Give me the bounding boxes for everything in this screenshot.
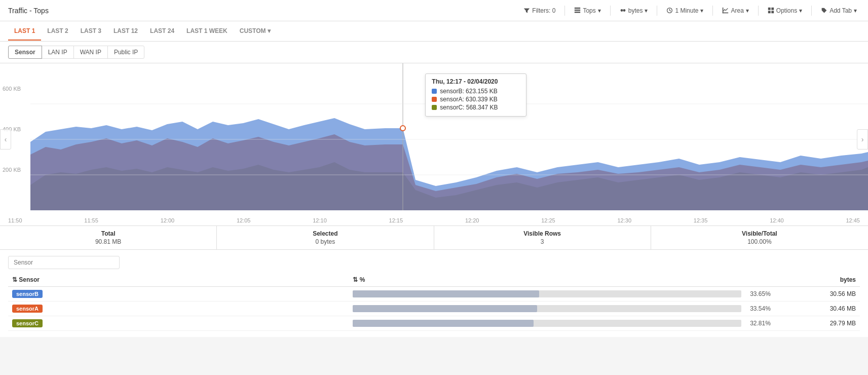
col-bytes-header[interactable]: bytes [775,273,860,287]
options-control[interactable]: Options ▾ [765,6,805,16]
area-label: Area [731,7,743,14]
area-dropdown-icon: ▾ [746,7,749,14]
y-label-600: 600 KB [3,86,28,92]
x-label-11: 12:45 [846,217,860,223]
tooltip-dot-sensorC [432,105,437,110]
chart-tooltip: Thu, 12:17 - 02/04/2020 sensorB: 623.155… [425,73,526,117]
svg-point-14 [400,126,405,131]
stat-total-value: 90.81 MB [8,238,208,245]
tab-last12[interactable]: LAST 12 [107,22,144,41]
filter-icon [523,7,530,14]
bar-cell: 32.81% [353,320,771,327]
svg-rect-8 [768,8,771,10]
tooltip-label-sensorC: sensorC: 568.347 KB [440,104,498,111]
svg-rect-6 [723,8,724,13]
subtab-sensor[interactable]: Sensor [8,46,42,59]
clock-icon [666,7,673,14]
table-row: sensorC 32.81% 29.79 MB [8,316,860,331]
tab-last1[interactable]: LAST 1 [8,22,41,41]
stat-selected-value: 0 bytes [225,238,425,245]
minute-control[interactable]: 1 Minute ▾ [663,6,706,16]
cell-pct: 33.65% [349,287,775,302]
top-bar-controls: Filters: 0 Tops ▾ bytes ▾ 1 Minute ▾ Are… [520,6,860,16]
svg-rect-7 [723,13,728,14]
col-pct-header[interactable]: ⇅ % [349,273,775,287]
x-label-1: 11:55 [84,217,98,223]
bar-fill [353,305,537,312]
bar-bg [353,290,741,297]
svg-rect-2 [575,12,580,13]
tag-icon [821,7,827,14]
chart-area[interactable]: ‹ › 600 KB 400 KB 200 KB [0,63,868,215]
sensor-badge: sensorC [12,319,43,327]
subtab-wanip[interactable]: WAN IP [73,46,108,59]
table-header-row: ⇅ Sensor ⇅ % bytes [8,273,860,287]
sub-tabs: Sensor LAN IP WAN IP Public IP [0,42,868,63]
x-label-5: 12:15 [389,217,403,223]
top-bar: Traffic - Tops Filters: 0 Tops ▾ bytes ▾… [0,0,868,21]
addtab-control[interactable]: Add Tab ▾ [818,6,860,16]
filters-label: Filters: 0 [532,7,555,14]
tab-last24[interactable]: LAST 24 [144,22,180,41]
tooltip-dot-sensorA [432,97,437,102]
sensor-badge: sensorB [12,290,43,298]
tooltip-dot-sensorB [432,89,437,94]
cell-bytes: 30.56 MB [775,287,860,302]
tab-last3[interactable]: LAST 3 [74,22,107,41]
time-tabs: LAST 1 LAST 2 LAST 3 LAST 12 LAST 24 LAS… [0,21,868,42]
minute-dropdown-icon: ▾ [700,7,703,14]
stat-visible-total: Visible/Total 100.00% [651,226,868,249]
tab-last2[interactable]: LAST 2 [41,22,74,41]
tops-label: Tops [583,7,595,14]
x-label-7: 12:25 [541,217,555,223]
cell-sensor: sensorA [8,302,349,316]
search-input[interactable] [8,256,120,269]
subtab-publicip[interactable]: Public IP [107,46,144,59]
tooltip-row-sensorB: sensorB: 623.155 KB [432,88,520,95]
chart-icon [722,7,729,14]
x-label-9: 12:35 [694,217,708,223]
bytes-control[interactable]: bytes ▾ [617,6,651,16]
chart-container: ‹ › 600 KB 400 KB 200 KB [0,63,868,226]
tab-custom[interactable]: CUSTOM ▾ [234,22,277,41]
divider [712,6,713,16]
cell-sensor: sensorB [8,287,349,302]
options-label: Options [776,7,797,14]
table-row: sensorB 33.65% 30.56 MB [8,287,860,302]
x-label-3: 12:05 [237,217,251,223]
stat-visible-rows: Visible Rows 3 [434,226,651,249]
chart-svg: Thu, 12:17 - 02/04/2020 sensorB: 623.155… [0,63,868,215]
cell-pct: 33.54% [349,302,775,316]
x-label-0: 11:50 [8,217,22,223]
tops-control[interactable]: Tops ▾ [571,6,603,16]
col-sensor-header[interactable]: ⇅ Sensor [8,273,349,287]
stat-visible-rows-label: Visible Rows [442,230,643,237]
tab-last1week[interactable]: LAST 1 WEEK [180,22,234,41]
subtab-lanip[interactable]: LAN IP [42,46,74,59]
divider [811,6,812,16]
area-control[interactable]: Area ▾ [719,6,751,16]
tooltip-label-sensorB: sensorB: 623.155 KB [440,88,497,95]
x-label-4: 12:10 [313,217,327,223]
sensor-badge: sensorA [12,305,43,313]
tooltip-row-sensorC: sensorC: 568.347 KB [432,104,520,111]
bytes-icon [620,7,626,14]
table-row: sensorA 33.54% 30.46 MB [8,302,860,316]
stat-total: Total 90.81 MB [0,226,217,249]
table-icon [574,7,581,14]
bytes-label: bytes [628,7,643,14]
tooltip-row-sensorA: sensorA: 630.339 KB [432,96,520,103]
chart-next-arrow[interactable]: › [857,129,868,149]
bytes-dropdown-icon: ▾ [645,7,648,14]
x-label-6: 12:20 [465,217,479,223]
addtab-label: Add Tab [829,7,852,14]
tooltip-title: Thu, 12:17 - 02/04/2020 [432,78,520,85]
bar-pct: 33.65% [745,290,771,297]
chart-prev-arrow[interactable]: ‹ [0,129,11,149]
tops-dropdown-icon: ▾ [598,7,601,14]
chart-x-labels: 11:50 11:55 12:00 12:05 12:10 12:15 12:2… [0,215,868,226]
stat-visible-rows-value: 3 [442,238,643,245]
custom-dropdown-icon: ▾ [268,27,271,34]
filters-control[interactable]: Filters: 0 [520,6,558,16]
bar-fill [353,320,533,327]
